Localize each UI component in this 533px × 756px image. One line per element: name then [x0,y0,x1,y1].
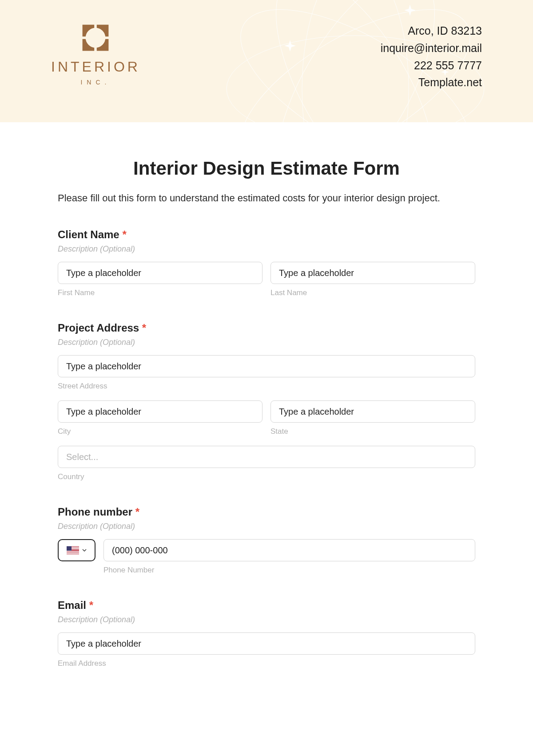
phone-sublabel: Phone Number [103,566,475,575]
first-name-sublabel: First Name [58,288,263,297]
contact-site: Template.net [381,74,482,91]
city-sublabel: City [58,427,263,436]
email-group: Email * Description (Optional) Email Add… [58,599,475,668]
first-name-input[interactable] [58,262,263,284]
form-container: Interior Design Estimate Form Please fil… [0,122,533,710]
state-sublabel: State [270,427,475,436]
contact-email: inquire@interior.mail [381,40,482,57]
country-code-button[interactable] [58,539,95,561]
last-name-sublabel: Last Name [270,288,475,297]
project-address-desc: Description (Optional) [58,338,475,347]
required-asterisk: * [89,599,93,611]
required-asterisk: * [142,322,146,334]
form-title: Interior Design Estimate Form [58,158,475,179]
logo-subtitle: INC. [80,79,111,86]
country-sublabel: Country [58,472,475,481]
chevron-down-icon [82,548,87,553]
client-name-desc: Description (Optional) [58,244,475,254]
state-input[interactable] [270,400,475,423]
required-asterisk: * [135,506,139,518]
svg-point-10 [86,28,106,48]
project-address-group: Project Address * Description (Optional)… [58,322,475,481]
email-label: Email * [58,599,475,612]
country-select[interactable]: Select... [58,446,475,468]
email-sublabel: Email Address [58,659,475,668]
letterhead: INTERIOR INC. Arco, ID 83213 inquire@int… [0,0,533,122]
client-name-group: Client Name * Description (Optional) Fir… [58,228,475,297]
us-flag-icon [67,546,79,554]
client-name-label: Client Name * [58,228,475,241]
form-intro: Please fill out this form to understand … [58,192,475,204]
phone-desc: Description (Optional) [58,522,475,531]
email-desc: Description (Optional) [58,615,475,624]
street-sublabel: Street Address [58,382,475,391]
project-address-label: Project Address * [58,322,475,334]
required-asterisk: * [122,228,126,240]
contact-phone: 222 555 7777 [381,57,482,74]
last-name-input[interactable] [270,262,475,284]
logo-icon [80,22,111,53]
contact-address: Arco, ID 83213 [381,22,482,40]
phone-group: Phone number * Description (Optional) Ph… [58,506,475,575]
city-input[interactable] [58,400,263,423]
phone-input[interactable] [103,539,475,561]
email-input[interactable] [58,632,475,655]
logo-block: INTERIOR INC. [51,22,140,86]
phone-label: Phone number * [58,506,475,518]
street-input[interactable] [58,355,475,377]
logo-name: INTERIOR [51,59,140,75]
contact-block: Arco, ID 83213 inquire@interior.mail 222… [381,22,482,91]
